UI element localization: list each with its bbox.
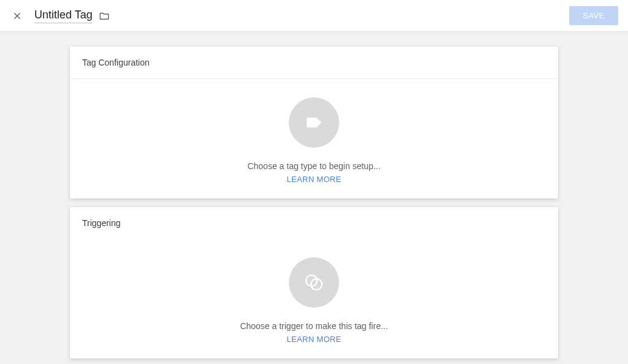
overlap-circles-icon <box>303 271 325 294</box>
tag-config-prompt: Choose a tag type to begin setup... <box>247 161 380 171</box>
tag-configuration-card: Tag Configuration Choose a tag type to b… <box>70 47 558 199</box>
content-area: Tag Configuration Choose a tag type to b… <box>0 32 628 364</box>
triggering-card: Triggering Choose a trigger to make this… <box>70 207 558 358</box>
tag-icon <box>303 112 325 134</box>
triggering-learn-more-link[interactable]: LEARN MORE <box>287 335 342 344</box>
title-area: Untitled Tag <box>34 9 569 23</box>
close-icon <box>12 11 22 21</box>
tag-config-icon-circle <box>289 97 339 148</box>
save-button[interactable]: SAVE <box>569 6 618 25</box>
close-button[interactable] <box>10 9 25 23</box>
tag-config-header: Tag Configuration <box>70 47 558 79</box>
tag-config-body[interactable]: Choose a tag type to begin setup... LEAR… <box>70 79 558 199</box>
header-bar: Untitled Tag SAVE <box>0 0 628 32</box>
triggering-prompt: Choose a trigger to make this tag fire..… <box>240 321 388 331</box>
tag-config-learn-more-link[interactable]: LEARN MORE <box>287 175 342 184</box>
triggering-icon-circle <box>289 257 339 308</box>
folder-icon[interactable] <box>99 10 110 21</box>
triggering-header: Triggering <box>70 207 558 239</box>
triggering-body[interactable]: Choose a trigger to make this tag fire..… <box>70 239 558 358</box>
tag-title-input[interactable]: Untitled Tag <box>34 9 93 23</box>
